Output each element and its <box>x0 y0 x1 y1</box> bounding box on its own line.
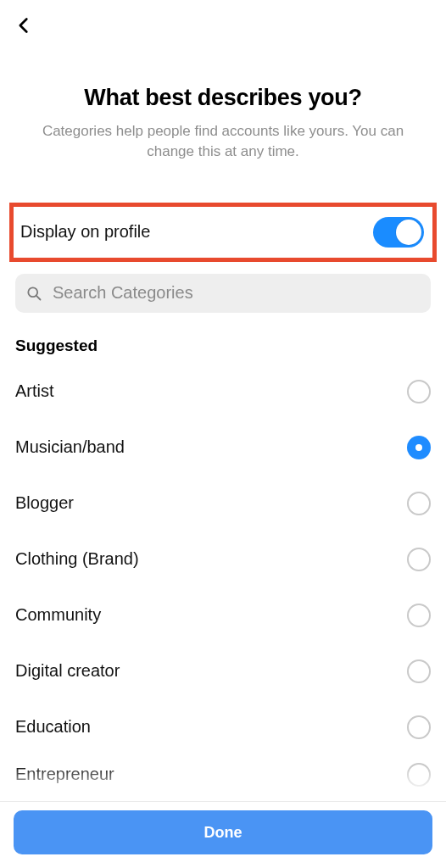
radio-unselected-icon <box>407 548 431 571</box>
radio-selected-icon <box>407 436 431 459</box>
back-button[interactable] <box>10 12 37 39</box>
chevron-left-icon <box>15 17 32 34</box>
radio-unselected-icon <box>407 659 431 683</box>
toggle-knob <box>396 220 421 245</box>
category-list: Artist Musician/band Blogger Clothing (B… <box>15 364 431 794</box>
radio-unselected-icon <box>407 715 431 739</box>
category-label: Blogger <box>15 493 74 513</box>
category-label: Musician/band <box>15 437 125 457</box>
page-title: What best describes you? <box>0 0 446 111</box>
category-label: Artist <box>15 381 54 401</box>
category-row-clothing-brand[interactable]: Clothing (Brand) <box>15 531 431 587</box>
category-row-digital-creator[interactable]: Digital creator <box>15 643 431 699</box>
category-label: Community <box>15 605 101 625</box>
svg-line-1 <box>36 296 41 300</box>
category-label: Entrepreneur <box>15 765 114 784</box>
display-on-profile-label: Display on profile <box>20 222 150 242</box>
category-label: Digital creator <box>15 661 120 681</box>
page-subtitle: Categories help people find accounts lik… <box>27 121 419 162</box>
search-field[interactable] <box>15 274 431 313</box>
category-row-artist[interactable]: Artist <box>15 364 431 420</box>
category-label: Clothing (Brand) <box>15 549 139 569</box>
done-button[interactable]: Done <box>14 810 432 854</box>
category-row-musician-band[interactable]: Musician/band <box>15 420 431 476</box>
category-row-community[interactable]: Community <box>15 587 431 643</box>
category-row-blogger[interactable]: Blogger <box>15 476 431 531</box>
suggested-heading: Suggested <box>15 337 431 355</box>
category-row-entrepreneur[interactable]: Entrepreneur <box>15 755 431 794</box>
display-on-profile-toggle[interactable] <box>373 217 424 248</box>
search-icon <box>25 285 42 302</box>
display-on-profile-row: Display on profile <box>9 203 437 262</box>
category-label: Education <box>15 717 91 737</box>
radio-unselected-icon <box>407 763 431 787</box>
footer-bar: Done <box>0 801 446 868</box>
radio-unselected-icon <box>407 380 431 403</box>
radio-unselected-icon <box>407 492 431 515</box>
search-input[interactable] <box>51 282 421 303</box>
category-row-education[interactable]: Education <box>15 699 431 755</box>
radio-unselected-icon <box>407 604 431 627</box>
